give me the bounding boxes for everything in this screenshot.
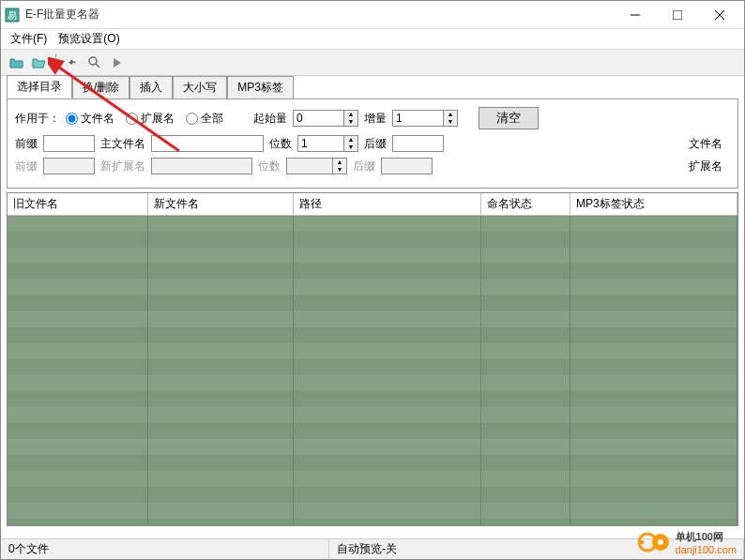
svg-rect-12 [640,540,644,544]
th-path[interactable]: 路径 [294,193,481,216]
table-row[interactable] [8,407,737,423]
ext-side-label: 扩展名 [689,159,730,174]
main-filename-input[interactable] [151,135,264,152]
table-row[interactable] [8,248,737,264]
watermark-brand: 单机100网 [676,530,723,544]
prefix2-label: 前缀 [15,159,38,174]
digits-input[interactable] [297,135,344,152]
prefix2-input [43,158,95,174]
tab-case[interactable]: 大小写 [173,76,227,98]
svg-rect-3 [673,10,682,20]
app-icon: 易 [5,8,20,23]
suffix2-label: 后缀 [353,159,375,174]
clear-button[interactable]: 清空 [479,107,539,129]
table-row[interactable] [8,471,737,487]
increment-spinner[interactable]: ▲▼ [392,110,458,127]
status-file-count: 0个文件 [1,539,329,559]
close-button[interactable] [698,2,740,28]
th-rename-status[interactable]: 命名状态 [481,193,570,216]
filename-side-label: 文件名 [689,136,730,152]
svg-text:易: 易 [8,10,17,21]
table-row[interactable] [8,487,737,503]
table-row[interactable] [8,359,737,375]
table-row[interactable] [8,216,737,232]
tab-mp3-tag[interactable]: MP3标签 [227,76,294,98]
tab-insert[interactable]: 插入 [129,76,173,98]
start-num-input[interactable] [293,110,344,127]
svg-line-7 [96,64,99,68]
tab-replace-delete[interactable]: 换/删除 [72,76,129,98]
table-row[interactable] [8,423,737,439]
table-row[interactable] [8,519,737,525]
digits2-label: 位数 [258,159,281,174]
table-row[interactable] [8,391,737,407]
radio-all[interactable]: 全部 [186,111,223,127]
digits-spinner[interactable]: ▲▼ [297,135,358,152]
radio-filename[interactable]: 文件名 [66,111,114,127]
table-row[interactable] [8,503,737,519]
search-icon[interactable] [84,53,105,73]
maximize-button[interactable] [656,2,698,28]
undo-icon[interactable] [62,53,83,73]
table-row[interactable] [8,264,737,280]
open-folder-icon[interactable] [7,53,27,73]
start-num-spinner[interactable]: ▲▼ [293,110,358,127]
prefix-label: 前缀 [15,136,38,152]
minimize-button[interactable] [614,2,656,28]
th-old-name[interactable]: 旧文件名 [8,193,148,216]
table-body[interactable]: document.write(Array.from({length:20}).m… [8,216,737,525]
table-row[interactable] [8,327,737,343]
start-num-label: 起始量 [253,111,287,127]
tab-select-directory[interactable]: 选择目录 [7,75,72,98]
table-row[interactable] [8,232,737,248]
table-row[interactable] [8,280,737,295]
prefix-input[interactable] [43,135,95,152]
table-row[interactable] [8,375,737,391]
table-row[interactable] [8,439,737,455]
table-row[interactable] [8,455,737,471]
increment-label: 增量 [364,111,387,127]
radio-extension[interactable]: 扩展名 [126,111,175,127]
suffix-label: 后缀 [364,136,387,152]
th-mp3-status[interactable]: MP3标签状态 [570,193,737,216]
svg-point-11 [658,539,663,545]
new-ext-input [151,158,252,174]
suffix2-input [381,158,433,174]
open-folder2-icon[interactable] [29,53,50,73]
suffix-input[interactable] [392,135,444,152]
digits-label: 位数 [269,136,292,152]
file-table[interactable]: 旧文件名 新文件名 路径 命名状态 MP3标签状态 document.write… [7,192,738,526]
watermark-url: danji100.com [676,544,737,555]
new-ext-label: 新扩展名 [100,159,145,174]
table-row[interactable] [8,311,737,327]
main-filename-label: 主文件名 [100,136,145,152]
table-row[interactable] [8,343,737,359]
th-new-name[interactable]: 新文件名 [148,193,294,216]
toolbar-separator [55,53,56,72]
increment-input[interactable] [392,110,444,127]
svg-point-6 [89,57,97,65]
menu-preview-settings[interactable]: 预览设置(O) [54,29,123,49]
digits2-spinner: ▲▼ [286,158,347,174]
watermark: 单机100网 danji100.com [638,529,737,555]
table-row[interactable] [8,295,737,311]
window-title: E-F批量更名器 [25,7,614,23]
apply-to-label: 作用于： [15,111,60,127]
digits2-input [286,158,333,174]
play-icon[interactable] [107,53,128,73]
menu-file[interactable]: 文件(F) [7,29,51,49]
